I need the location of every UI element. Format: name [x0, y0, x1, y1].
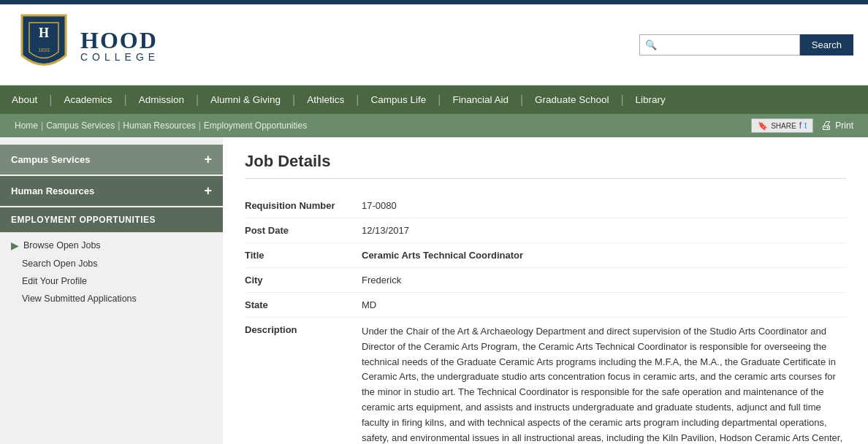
title-label: Title: [245, 247, 362, 264]
logo-area: H 1893 HOOD COLLEGE: [15, 12, 159, 77]
breadcrumb-actions: 🔖 SHARE f t 🖨 Print: [751, 118, 853, 133]
nav-financial-aid[interactable]: Financial Aid: [441, 85, 520, 114]
facebook-icon: f: [799, 120, 802, 131]
breadcrumb-home[interactable]: Home: [15, 120, 38, 131]
city-label: City: [245, 272, 362, 288]
bookmark-icon: 🔖: [758, 121, 768, 131]
search-open-jobs-link[interactable]: Search Open Jobs: [22, 259, 98, 269]
nav-alumni[interactable]: Alumni & Giving: [199, 85, 292, 114]
job-row-state: State MD: [245, 293, 846, 318]
state-value: MD: [362, 296, 846, 313]
main-content: Job Details Requisition Number 17-0080 P…: [223, 137, 868, 444]
search-button[interactable]: Search: [800, 34, 853, 56]
breadcrumb-employment-opportunities[interactable]: Employment Opportunities: [204, 120, 307, 131]
sidebar-menu: ▶ Browse Open Jobs Search Open Jobs Edit…: [0, 232, 223, 311]
description-label: Description: [245, 321, 362, 338]
nav-about[interactable]: About: [0, 85, 49, 114]
svg-text:H: H: [39, 26, 49, 40]
breadcrumb-campus-services[interactable]: Campus Services: [46, 120, 115, 131]
job-details: Requisition Number 17-0080 Post Date 12/…: [245, 194, 846, 444]
breadcrumb-separator: |: [118, 120, 120, 131]
page-title: Job Details: [245, 152, 846, 179]
search-area: 🔍 Search: [639, 34, 853, 56]
post-date-label: Post Date: [245, 222, 362, 239]
plus-icon: +: [204, 183, 212, 199]
breadcrumb-separator: |: [199, 120, 201, 131]
print-link[interactable]: Print: [835, 120, 853, 131]
arrow-icon: ▶: [11, 240, 19, 251]
city-value: Frederick: [362, 272, 846, 288]
requisition-label: Requisition Number: [245, 197, 362, 214]
print-area: 🖨 Print: [821, 119, 853, 132]
edit-your-profile-link[interactable]: Edit Your Profile: [22, 276, 87, 286]
nav-admission[interactable]: Admission: [127, 85, 196, 114]
description-text: Under the Chair of the Art & Archaeology…: [362, 321, 846, 444]
job-row-title: Title Ceramic Arts Technical Coordinator: [245, 243, 846, 268]
header: H 1893 HOOD COLLEGE 🔍 Search: [0, 4, 868, 85]
requisition-value: 17-0080: [362, 197, 846, 214]
job-row-description: Description Under the Chair of the Art &…: [245, 318, 846, 444]
twitter-icon: t: [804, 120, 807, 131]
nav-academics[interactable]: Academics: [52, 85, 123, 114]
share-button[interactable]: 🔖 SHARE f t: [751, 118, 813, 133]
search-input[interactable]: [639, 34, 800, 56]
sidebar-section-human-resources: Human Resources +: [0, 176, 223, 206]
sidebar-item-search-open-jobs[interactable]: Search Open Jobs: [0, 255, 223, 272]
share-label: SHARE: [771, 122, 796, 130]
post-date-value: 12/13/2017: [362, 222, 846, 239]
nav-campus-life[interactable]: Campus Life: [359, 85, 438, 114]
plus-icon: +: [204, 152, 212, 167]
breadcrumb-human-resources[interactable]: Human Resources: [123, 120, 195, 131]
view-submitted-applications-link[interactable]: View Submitted Applications: [22, 294, 137, 304]
breadcrumb: Home | Campus Services | Human Resources…: [15, 120, 307, 131]
search-icon: 🔍: [645, 39, 657, 50]
breadcrumb-bar: Home | Campus Services | Human Resources…: [0, 114, 868, 137]
sidebar-item-browse-open-jobs[interactable]: ▶ Browse Open Jobs: [0, 236, 223, 255]
browse-open-jobs-link[interactable]: Browse Open Jobs: [23, 240, 101, 250]
sidebar: Campus Services + Human Resources + EMPL…: [0, 137, 223, 444]
main-navigation: About | Academics | Admission | Alumni &…: [0, 85, 868, 114]
job-row-post-date: Post Date 12/13/2017: [245, 218, 846, 243]
nav-library[interactable]: Library: [624, 85, 677, 114]
print-icon: 🖨: [821, 119, 832, 132]
job-row-city: City Frederick: [245, 268, 846, 293]
svg-text:1893: 1893: [38, 47, 50, 53]
sidebar-employment-opportunities[interactable]: EMPLOYMENT OPPORTUNITIES: [0, 207, 223, 232]
job-row-requisition: Requisition Number 17-0080: [245, 194, 846, 218]
breadcrumb-separator: |: [41, 120, 43, 131]
nav-athletics[interactable]: Athletics: [295, 85, 356, 114]
state-label: State: [245, 296, 362, 313]
hood-college-logo: H 1893: [15, 12, 73, 77]
title-value: Ceramic Arts Technical Coordinator: [362, 247, 846, 264]
sidebar-item-view-submitted[interactable]: View Submitted Applications: [0, 290, 223, 307]
sidebar-section-campus-services: Campus Services +: [0, 145, 223, 175]
logo-text: HOOD COLLEGE: [80, 27, 159, 63]
sidebar-human-resources-header[interactable]: Human Resources +: [0, 176, 223, 206]
content-wrapper: Campus Services + Human Resources + EMPL…: [0, 137, 868, 444]
nav-graduate-school[interactable]: Graduate School: [523, 85, 620, 114]
sidebar-campus-services-header[interactable]: Campus Services +: [0, 145, 223, 175]
sidebar-item-edit-profile[interactable]: Edit Your Profile: [0, 272, 223, 290]
campus-services-label: Campus Services: [11, 154, 90, 165]
human-resources-label: Human Resources: [11, 185, 94, 196]
